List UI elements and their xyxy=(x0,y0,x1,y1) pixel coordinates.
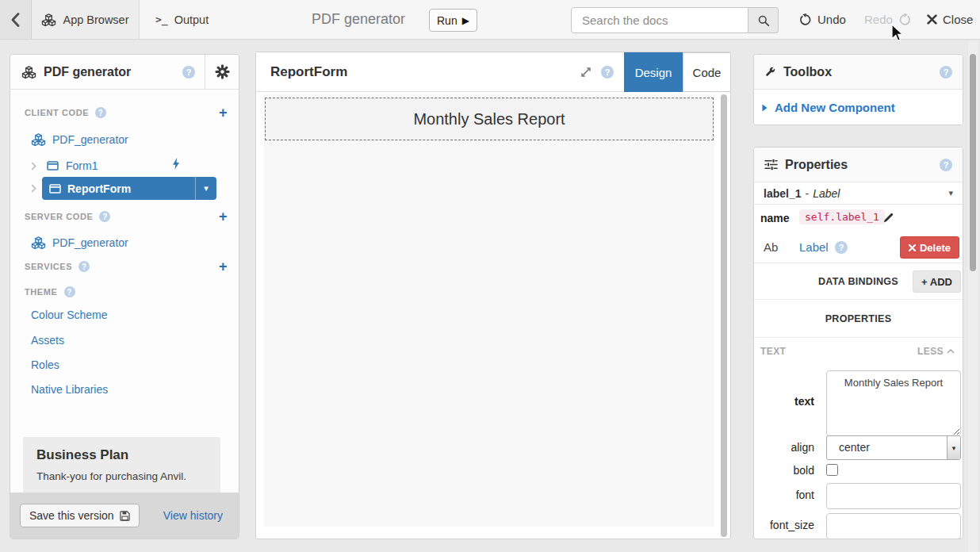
component-type-link[interactable]: Label xyxy=(799,240,829,254)
component-python-name: self.label_1 xyxy=(799,209,885,224)
toolbox-panel: Toolbox ? Add New Component xyxy=(753,54,963,125)
chevron-up-icon xyxy=(947,349,955,354)
undo-button[interactable]: Undo xyxy=(799,0,846,39)
undo-icon xyxy=(799,13,812,26)
form-item-label: ReportForm xyxy=(67,182,131,195)
add-new-component-label: Add New Component xyxy=(775,101,895,114)
theme-link-roles[interactable]: Roles xyxy=(31,358,59,371)
canvas-scrollbar[interactable] xyxy=(721,94,727,537)
form-actions-dropdown[interactable]: ▾ xyxy=(195,177,216,200)
form-item-label: Form1 xyxy=(66,159,98,172)
help-icon[interactable]: ? xyxy=(940,66,952,79)
run-button[interactable]: Run ▶ xyxy=(429,9,477,32)
app-settings-button[interactable] xyxy=(205,55,239,89)
font-property-input[interactable] xyxy=(826,483,961,509)
add-server-code-button[interactable]: + xyxy=(219,209,228,224)
redo-icon xyxy=(898,13,911,26)
save-version-button[interactable]: Save this version xyxy=(20,504,140,527)
help-icon[interactable]: ? xyxy=(940,159,952,171)
text-property-label: text xyxy=(754,395,814,408)
section-theme: THEME ? xyxy=(25,285,228,299)
close-icon xyxy=(927,14,937,25)
component-type: Label xyxy=(813,187,840,200)
tab-design[interactable]: Design xyxy=(624,52,683,92)
align-property-select[interactable]: center ▾ xyxy=(826,435,961,460)
delete-component-button[interactable]: Delete xyxy=(900,236,959,259)
help-icon[interactable]: ? xyxy=(64,286,75,297)
tab-code[interactable]: Code xyxy=(683,52,731,92)
toolbox-title: Toolbox xyxy=(783,65,832,79)
add-client-code-button[interactable]: + xyxy=(219,105,228,120)
undo-label: Undo xyxy=(817,13,846,26)
font-size-property-input[interactable] xyxy=(826,513,961,539)
label-component-text: Monthly Sales Report xyxy=(413,110,565,128)
selected-label-component[interactable]: Monthly Sales Report xyxy=(265,98,714,140)
section-server-code: SERVER CODE ? + xyxy=(25,209,228,224)
add-new-component-toggle[interactable]: Add New Component xyxy=(754,90,963,125)
help-icon[interactable]: ? xyxy=(601,66,614,79)
select-arrow-button[interactable]: ▾ xyxy=(947,436,960,459)
add-data-binding-button[interactable]: + ADD xyxy=(913,270,961,293)
help-icon[interactable]: ? xyxy=(182,66,195,79)
tab-output[interactable]: >_ Output xyxy=(140,0,224,39)
form-item-form1[interactable]: Form1 xyxy=(47,155,98,176)
anvil-cubes-icon xyxy=(41,13,56,26)
chevron-right-icon[interactable] xyxy=(31,184,36,193)
design-canvas[interactable]: Monthly Sales Report xyxy=(264,94,714,527)
docs-search xyxy=(571,7,779,33)
component-selector-dropdown[interactable]: label_1 - Label ▾ xyxy=(754,182,963,205)
collapse-group-toggle[interactable]: LESS xyxy=(917,346,955,357)
expand-icon[interactable] xyxy=(580,66,592,79)
add-service-button[interactable]: + xyxy=(219,259,228,274)
component-name: label_1 xyxy=(764,187,801,200)
view-history-link[interactable]: View history xyxy=(163,509,223,522)
client-package-pdf-generator[interactable]: PDF_generator xyxy=(31,129,128,150)
properties-header: Properties ? xyxy=(754,148,963,182)
sidebar-app-title: PDF generator xyxy=(44,65,131,79)
search-button[interactable] xyxy=(748,7,779,33)
align-property-label: align xyxy=(754,441,814,454)
server-package-pdf-generator[interactable]: PDF_generator xyxy=(31,232,128,253)
close-button[interactable]: Close xyxy=(927,0,973,39)
label-component-glyph: Ab xyxy=(764,240,778,254)
theme-heading: THEME xyxy=(25,287,58,297)
bold-property-label: bold xyxy=(754,464,814,477)
search-icon xyxy=(757,14,770,27)
anvil-cubes-icon xyxy=(21,66,36,79)
form-item-reportform-selected[interactable]: ReportForm ▾ xyxy=(42,177,216,200)
theme-link-assets[interactable]: Assets xyxy=(31,334,64,347)
anvil-cubes-icon xyxy=(31,236,46,249)
save-version-label: Save this version xyxy=(29,509,114,522)
close-label: Close xyxy=(943,13,973,26)
component-separator: - xyxy=(805,187,809,200)
startup-bolt-icon xyxy=(172,158,180,170)
chevron-right-icon[interactable] xyxy=(31,162,36,171)
font-size-property-label: font_size xyxy=(754,519,814,531)
theme-link-native-libraries[interactable]: Native Libraries xyxy=(31,383,108,396)
name-field-label: name xyxy=(760,212,790,224)
toolbox-header: Toolbox ? xyxy=(754,55,963,90)
text-group-heading: TEXT xyxy=(760,346,786,357)
redo-button[interactable]: Redo xyxy=(864,0,911,39)
collapse-label: LESS xyxy=(917,346,944,357)
edit-pencil-icon[interactable] xyxy=(883,212,894,223)
run-button-label: Run xyxy=(437,14,457,27)
component-type-row: Ab Label ? Delete xyxy=(754,232,963,263)
help-icon[interactable]: ? xyxy=(95,107,106,118)
tab-app-browser[interactable]: App Browser xyxy=(32,0,140,39)
form-editor-header: ReportForm ? Design Code xyxy=(256,52,730,92)
text-property-input[interactable]: Monthly Sales Report xyxy=(826,370,961,436)
bold-checkbox[interactable] xyxy=(826,464,838,476)
help-icon[interactable]: ? xyxy=(99,211,110,222)
right-scrollbar[interactable] xyxy=(970,54,976,271)
caret-down-icon: ▾ xyxy=(952,444,956,452)
sidebar-footer: Save this version View history xyxy=(10,493,239,539)
theme-link-colour-scheme[interactable]: Colour Scheme xyxy=(31,309,108,321)
form-window-icon xyxy=(49,184,61,194)
help-icon[interactable]: ? xyxy=(78,261,90,272)
search-input[interactable] xyxy=(571,7,748,33)
help-icon[interactable]: ? xyxy=(835,241,848,254)
app-browser-header: PDF generator ? xyxy=(10,55,239,90)
anvil-cubes-icon xyxy=(31,133,46,146)
back-button[interactable] xyxy=(0,0,32,39)
